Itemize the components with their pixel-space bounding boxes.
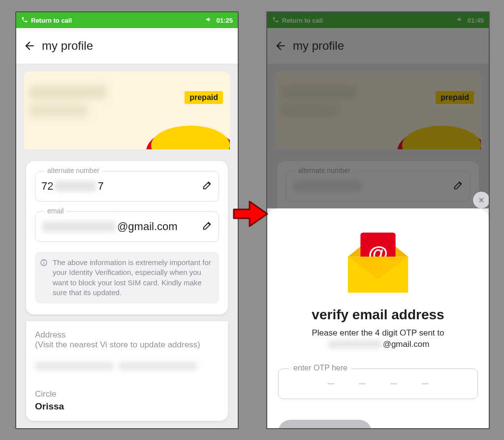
call-timer: 01:45: [468, 17, 484, 24]
otp-slots: [279, 369, 477, 399]
verify-email-sheet: @ verify email address Please enter the …: [267, 208, 489, 428]
edit-icon[interactable]: [202, 220, 213, 233]
resend-otp-link[interactable]: resend OTP: [428, 427, 478, 429]
email-label: email: [44, 207, 66, 215]
svg-point-2: [151, 126, 230, 149]
email-field[interactable]: email @gmail.com: [35, 211, 219, 242]
verify-button[interactable]: verify: [278, 420, 372, 429]
redacted-digits: [54, 181, 96, 192]
return-to-call-button[interactable]: Return to call: [272, 16, 323, 25]
identity-info-text: The above information is extremely impor…: [53, 258, 211, 297]
close-icon[interactable]: [473, 192, 490, 208]
address-title: Address: [35, 330, 219, 340]
alternate-number-label: alternate number: [44, 167, 102, 174]
plan-badge: prepaid: [185, 91, 223, 104]
phone-screen-left: Return to call 01:25 my profile prepaid: [15, 11, 239, 429]
back-arrow-icon: [274, 39, 287, 52]
redacted-number: [29, 104, 88, 117]
address-card: Address (Visit the nearest Vi store to u…: [26, 321, 228, 421]
phone-icon: [21, 16, 28, 25]
phone-icon: [272, 16, 279, 25]
address-subtitle: (Visit the nearest Vi store to update ad…: [35, 340, 219, 350]
page-title: my profile: [293, 39, 344, 53]
contact-info-card: alternate number 72 7 email @gmail.com: [26, 161, 228, 314]
volume-icon: [456, 16, 464, 25]
page-title: my profile: [42, 39, 93, 53]
alternate-number-field: alternate number: [286, 171, 470, 202]
redacted-address: [35, 355, 219, 377]
phone-screen-right: Return to call 01:45 my profile prepaid: [266, 11, 490, 429]
sheet-subtitle: Please enter the 4 digit OTP sent to @gm…: [278, 328, 478, 352]
email-value: @gmail.com: [41, 220, 178, 233]
return-to-call-label: Return to call: [282, 17, 323, 24]
sheet-title: verify email address: [278, 307, 478, 323]
circle-value: Orissa: [35, 401, 219, 412]
profile-hero-card: prepaid: [24, 71, 230, 149]
info-icon: [40, 259, 48, 269]
comparison-stage: Return to call 01:25 my profile prepaid: [0, 0, 504, 440]
status-bar: Return to call 01:45: [267, 12, 489, 28]
svg-rect-4: [43, 262, 44, 265]
call-timer: 01:25: [217, 17, 233, 24]
dimmed-background: my profile prepaid alternate number: [267, 28, 489, 216]
plan-badge: prepaid: [436, 91, 474, 104]
edit-icon: [453, 180, 464, 193]
back-arrow-icon[interactable]: [23, 39, 36, 52]
page-header: my profile: [267, 28, 489, 64]
profile-hero-card: prepaid: [275, 71, 481, 149]
svg-point-8: [402, 126, 481, 149]
otp-label: enter OTP here: [289, 364, 351, 372]
return-to-call-label: Return to call: [31, 17, 72, 24]
volume-icon: [205, 16, 213, 25]
return-to-call-button[interactable]: Return to call: [21, 16, 72, 25]
redacted-email-user: [328, 340, 382, 348]
redacted-name: [29, 85, 107, 99]
status-bar: Return to call 01:25: [16, 12, 238, 28]
circle-label: Circle: [35, 389, 219, 399]
brand-wave-graphic: [131, 117, 230, 149]
mail-illustration-icon: @: [278, 224, 478, 298]
page-header: my profile: [16, 28, 238, 64]
redacted-email-user: [42, 221, 116, 232]
otp-input[interactable]: enter OTP here: [278, 369, 478, 399]
identity-info-notice: The above information is extremely impor…: [35, 252, 219, 304]
alternate-number-field[interactable]: alternate number 72 7: [35, 171, 219, 202]
alternate-number-value: 72 7: [41, 180, 104, 193]
flow-arrow-icon: [233, 199, 268, 231]
edit-icon[interactable]: [202, 180, 213, 193]
svg-rect-5: [43, 261, 44, 261]
